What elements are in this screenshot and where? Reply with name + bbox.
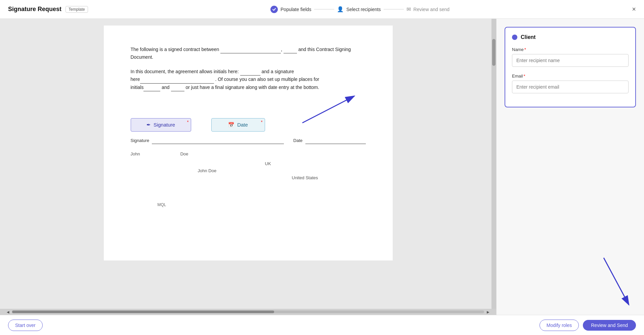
- para1-comma: ,: [281, 47, 284, 52]
- date-required-star: *: [261, 120, 263, 125]
- recipient-name-input[interactable]: [512, 54, 629, 67]
- para1-blank2: [284, 46, 297, 53]
- close-button[interactable]: ×: [632, 5, 636, 13]
- country2: United States: [292, 175, 366, 182]
- step-review-label: Review and send: [414, 7, 449, 12]
- para2-and: and: [160, 85, 171, 90]
- scroll-left-arrow[interactable]: ◀: [7, 310, 9, 314]
- page-title: Signature Request: [8, 6, 61, 13]
- sig-btn-label: Signature: [154, 122, 175, 128]
- step-review: ✉ Review and send: [406, 6, 449, 12]
- para2-blank3: [143, 84, 160, 91]
- client-card: Client Name* Email*: [505, 27, 636, 107]
- step-recipients-label: Select recipients: [346, 7, 381, 12]
- vertical-scrollbar[interactable]: [491, 19, 496, 309]
- h-scroll-track: [12, 310, 484, 313]
- mql-label: MQL: [158, 202, 166, 207]
- extra-info: UK John Doe United States: [131, 160, 366, 181]
- sig-required-star: *: [187, 120, 189, 125]
- email-required-star: *: [524, 74, 525, 79]
- document-area: The following is a signed contract betwe…: [0, 19, 496, 315]
- horizontal-scrollbar: ◀ ▶: [0, 309, 496, 315]
- para2-blank4: [171, 84, 184, 91]
- date-icon: 📅: [228, 122, 234, 128]
- scroll-right-arrow[interactable]: ▶: [487, 310, 489, 314]
- step-line-1: [314, 9, 334, 9]
- date-btn-label: Date: [237, 122, 248, 128]
- date-label: Date: [293, 137, 302, 144]
- bottom-right-actions: Modify roles Review and Send: [540, 320, 636, 331]
- para2-blank1: [240, 68, 260, 76]
- signature-date-area: ✒ Signature * 📅 Date *: [131, 118, 366, 132]
- header-left: Signature Request Template: [8, 6, 88, 13]
- bottom-bar: Start over Modify roles Review and Send: [0, 315, 644, 335]
- step-recipients: 👤 Select recipients: [337, 6, 381, 12]
- sig-line-row: Signature Date: [131, 136, 366, 144]
- envelope-icon: ✉: [406, 6, 411, 12]
- step-line-2: [384, 9, 404, 9]
- start-over-button[interactable]: Start over: [8, 320, 43, 331]
- country1: UK: [265, 160, 366, 168]
- signature-field-button[interactable]: ✒ Signature *: [131, 118, 191, 132]
- scroll-thumb: [492, 39, 496, 66]
- arrow-to-review-send: [577, 248, 644, 315]
- email-field-group: Email*: [512, 74, 629, 93]
- name-field-group: Name*: [512, 47, 629, 67]
- client-dot-icon: [512, 35, 517, 40]
- doc-paragraph-1: The following is a signed contract betwe…: [131, 46, 366, 61]
- doc-paragraph-2: In this document, the agreement allows i…: [131, 68, 366, 91]
- date-field-button[interactable]: 📅 Date *: [211, 118, 265, 132]
- name-row: John Doe: [131, 151, 366, 158]
- para1-text: The following is a signed contract betwe…: [131, 47, 221, 52]
- last-name: Doe: [180, 151, 188, 158]
- header: Signature Request Template Populate fiel…: [0, 0, 644, 19]
- client-header: Client: [512, 34, 629, 40]
- right-panel: Client Name* Email*: [496, 19, 644, 315]
- para2-final: or just have a final signature along wit…: [184, 85, 319, 90]
- para1-blank1: [220, 46, 281, 53]
- full-name: John Doe: [198, 168, 366, 175]
- para2-start: In this document, the agreement allows i…: [131, 69, 240, 74]
- h-scroll-thumb: [12, 310, 274, 313]
- review-and-send-button[interactable]: Review and Send: [583, 320, 636, 331]
- main-content: The following is a signed contract betwe…: [0, 19, 644, 315]
- step-populate-label: Populate fields: [281, 7, 311, 12]
- recipient-email-input[interactable]: [512, 81, 629, 93]
- step-populate-circle: [270, 6, 278, 13]
- client-label: Client: [521, 34, 535, 40]
- date-block: 📅 Date *: [211, 118, 265, 132]
- email-field-label: Email*: [512, 74, 629, 79]
- doc-scroll-area: The following is a signed contract betwe…: [0, 19, 496, 309]
- step-populate: Populate fields: [270, 6, 311, 13]
- svg-line-5: [604, 258, 629, 305]
- sig-label: Signature: [131, 137, 149, 144]
- name-required-star: *: [524, 47, 526, 52]
- name-field-label: Name*: [512, 47, 629, 52]
- document-page: The following is a signed contract betwe…: [104, 26, 393, 260]
- signature-block: ✒ Signature *: [131, 118, 191, 132]
- modify-roles-button[interactable]: Modify roles: [540, 320, 579, 331]
- person-icon: 👤: [337, 6, 344, 12]
- template-badge: Template: [66, 6, 88, 13]
- sig-icon: ✒: [146, 122, 151, 128]
- mql-row: MQL: [131, 202, 366, 208]
- wizard-steps: Populate fields 👤 Select recipients ✉ Re…: [270, 6, 449, 13]
- para2-blank2: [140, 76, 214, 83]
- first-name: John: [131, 151, 140, 158]
